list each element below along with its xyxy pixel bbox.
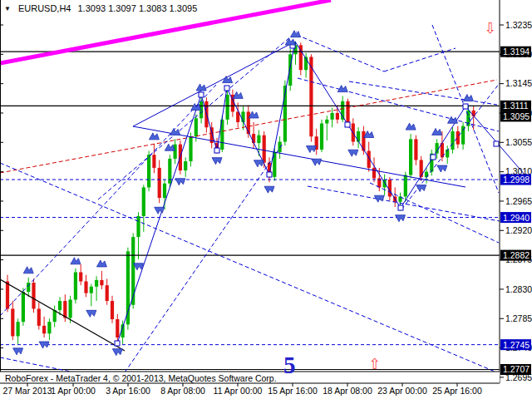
symbol-dropdown-icon[interactable]: ▼ (4, 5, 11, 12)
candle-body (111, 301, 114, 319)
candle-body (226, 95, 229, 120)
time-axis-label: 8 Apr 08:00 (160, 386, 205, 396)
fractal-up-icon (406, 123, 416, 130)
price-badge-label: 1.2998 (503, 175, 530, 185)
fractal-up-icon (170, 128, 180, 135)
candle-body (147, 155, 150, 187)
time-axis-label: 1 Apr 00:00 (51, 386, 96, 396)
time-axis-label: 18 Apr 08:00 (323, 386, 372, 396)
candle-body (69, 299, 72, 318)
fractal-up-icon (196, 84, 206, 91)
fractal-up-icon (448, 116, 458, 123)
time-axis-label: 27 Mar 2013 (3, 386, 52, 396)
blue-dashed-projection-line[interactable] (0, 163, 499, 373)
fractal-up-icon (432, 128, 442, 135)
time-axis-label: 25 Apr 16:00 (432, 386, 482, 396)
trendline-handle-square[interactable] (463, 104, 468, 109)
time-axis-label: 15 Apr 16:00 (268, 386, 318, 396)
candle-body (136, 216, 140, 237)
price-badge-label: 1.2707 (503, 364, 530, 374)
trendline-handle-square[interactable] (224, 86, 229, 91)
price-badge-label: 1.3194 (503, 47, 530, 57)
candle-body (152, 155, 155, 168)
fractal-down-icon (155, 207, 165, 214)
fractal-down-icon (112, 349, 122, 356)
symbol-period-label: EURUSD,H4 (18, 3, 71, 13)
trendline-handle-square[interactable] (431, 155, 436, 160)
red-up-arrow-icon[interactable]: ⇧ (368, 355, 381, 372)
candle-body (451, 131, 454, 150)
candle-body (331, 113, 334, 120)
blue-dashed-projection-line[interactable] (349, 81, 497, 105)
blue-trendline[interactable] (133, 42, 293, 126)
red-down-arrow-icon[interactable]: ⇩ (484, 19, 496, 37)
candle-body (404, 175, 407, 197)
copyright-label: RoboForex - MetaTrader 4, © 2001-2013, M… (5, 373, 277, 383)
blue-dashed-projection-line[interactable] (370, 183, 499, 243)
mt4-chart-window: ⇧⇩1.32351.31901.31451.31001.30551.30101.… (0, 0, 532, 399)
candle-body (116, 319, 119, 337)
fractal-down-icon (39, 342, 49, 348)
chart-title: ▼EURUSD,H41.3093 1.3097 1.3083 1.3095 (4, 3, 197, 13)
blue-dashed-projection-line[interactable] (0, 357, 75, 372)
fractal-down-icon (374, 195, 384, 202)
candle-body (74, 273, 77, 300)
candle-body (357, 131, 360, 142)
candle-body (163, 184, 166, 198)
candle-body (325, 120, 328, 124)
trendline-handle-square[interactable] (267, 172, 272, 177)
fractal-down-icon (86, 310, 96, 317)
trendline-handle-square[interactable] (398, 205, 403, 210)
price-badge-label: 1.3095 (503, 111, 530, 121)
candle-body (346, 101, 349, 124)
time-axis-label: 23 Apr 00:00 (377, 386, 427, 396)
fractal-up-icon (149, 133, 159, 140)
candle-body (47, 322, 51, 333)
candle-body (42, 326, 46, 333)
fractal-up-icon (233, 91, 243, 98)
price-tick-label: 1.2965 (505, 196, 532, 206)
fractal-up-icon (23, 267, 33, 273)
fractal-down-icon (212, 158, 222, 165)
red-dashed-trendline[interactable] (0, 80, 497, 173)
fractal-up-icon (291, 31, 301, 37)
time-axis-label: 11 Apr 00:00 (214, 386, 263, 396)
fractal-up-icon (96, 260, 106, 267)
fractal-down-icon (306, 146, 316, 153)
fractal-down-icon (175, 179, 185, 185)
price-tick-label: 1.3055 (505, 137, 532, 147)
price-badge-label: 1.2940 (503, 213, 530, 223)
candle-body (414, 139, 417, 160)
fractal-up-icon (285, 38, 295, 45)
fractal-down-icon (396, 215, 406, 222)
fractal-down-icon (264, 186, 274, 193)
candle-body (126, 251, 130, 324)
candle-body (17, 322, 20, 336)
candle-body (372, 168, 376, 179)
candle-body (95, 280, 98, 287)
trendline-handle-square[interactable] (199, 92, 204, 97)
chart-plot-area[interactable]: ⇧⇩1.32351.31901.31451.31001.30551.30101.… (0, 0, 532, 399)
candle-body (409, 139, 412, 175)
price-tick-label: 1.2920 (505, 225, 532, 235)
price-tick-label: 1.2785 (505, 313, 532, 323)
zigzag-pattern-line[interactable] (117, 42, 530, 343)
trendline-handle-square[interactable] (345, 122, 350, 127)
price-tick-label: 1.3235 (505, 20, 532, 30)
ohlc-values-label: 1.3093 1.3097 1.3083 1.3095 (78, 3, 198, 13)
candle-body (32, 283, 35, 308)
candle-body (257, 135, 260, 143)
fractal-up-icon (71, 258, 81, 264)
candle-body (79, 273, 82, 282)
trendline-handle-square[interactable] (494, 141, 499, 146)
candle-body (189, 136, 192, 161)
trendline-handle-square[interactable] (214, 148, 219, 153)
elliott-wave-5-label[interactable]: 5 (283, 353, 296, 377)
price-badge-label: 1.2745 (503, 340, 530, 350)
candle-body (100, 280, 103, 285)
trendline-handle-square[interactable] (115, 341, 120, 346)
candle-body (84, 282, 87, 293)
blue-dashed-projection-line[interactable] (0, 85, 216, 316)
price-badge-label: 1.2882 (503, 250, 530, 260)
price-tick-label: 1.2830 (505, 284, 532, 294)
